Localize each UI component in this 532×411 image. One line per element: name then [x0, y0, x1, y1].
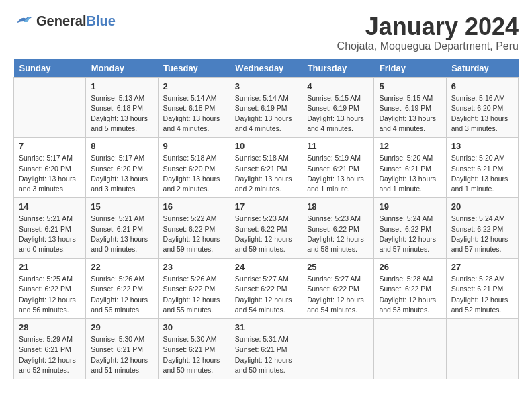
day-number: 22 [91, 262, 152, 272]
day-number: 28 [19, 322, 81, 332]
day-info: Sunrise: 5:20 AM Sunset: 6:21 PM Dayligh… [379, 153, 441, 194]
calendar-cell: 9Sunrise: 5:18 AM Sunset: 6:20 PM Daylig… [158, 138, 230, 198]
day-info: Sunrise: 5:29 AM Sunset: 6:21 PM Dayligh… [19, 334, 81, 375]
day-info: Sunrise: 5:27 AM Sunset: 6:22 PM Dayligh… [307, 274, 369, 315]
day-info: Sunrise: 5:25 AM Sunset: 6:22 PM Dayligh… [19, 274, 81, 315]
day-info: Sunrise: 5:27 AM Sunset: 6:22 PM Dayligh… [235, 274, 297, 315]
calendar-cell: 19Sunrise: 5:24 AM Sunset: 6:22 PM Dayli… [374, 198, 446, 259]
logo-icon [13, 14, 34, 28]
day-info: Sunrise: 5:17 AM Sunset: 6:20 PM Dayligh… [91, 153, 152, 194]
day-info: Sunrise: 5:17 AM Sunset: 6:20 PM Dayligh… [19, 153, 81, 194]
day-number: 8 [91, 141, 152, 151]
calendar-cell: 12Sunrise: 5:20 AM Sunset: 6:21 PM Dayli… [374, 138, 446, 198]
day-number: 13 [451, 141, 513, 151]
day-info: Sunrise: 5:23 AM Sunset: 6:22 PM Dayligh… [307, 214, 369, 255]
calendar-cell: 30Sunrise: 5:30 AM Sunset: 6:21 PM Dayli… [158, 319, 230, 379]
calendar-day-header: Wednesday [230, 59, 302, 78]
day-number: 7 [19, 141, 81, 151]
day-number: 21 [19, 262, 81, 272]
calendar-day-header: Sunday [14, 59, 86, 78]
calendar-header-row: SundayMondayTuesdayWednesdayThursdayFrid… [14, 59, 519, 78]
day-number: 2 [163, 81, 225, 91]
page-subtitle: Chojata, Moquegua Department, Peru [337, 40, 519, 52]
day-number: 6 [451, 81, 513, 91]
calendar-cell: 21Sunrise: 5:25 AM Sunset: 6:22 PM Dayli… [14, 259, 86, 319]
day-number: 4 [307, 81, 369, 91]
day-info: Sunrise: 5:21 AM Sunset: 6:21 PM Dayligh… [19, 214, 81, 255]
calendar-week-row: 21Sunrise: 5:25 AM Sunset: 6:22 PM Dayli… [14, 259, 519, 319]
calendar-cell: 29Sunrise: 5:30 AM Sunset: 6:21 PM Dayli… [86, 319, 158, 379]
day-info: Sunrise: 5:21 AM Sunset: 6:21 PM Dayligh… [91, 214, 152, 255]
day-number: 5 [379, 81, 441, 91]
calendar-cell: 3Sunrise: 5:14 AM Sunset: 6:19 PM Daylig… [230, 77, 302, 138]
page-title: January 2024 [337, 13, 519, 40]
day-info: Sunrise: 5:26 AM Sunset: 6:22 PM Dayligh… [91, 274, 152, 315]
calendar-cell: 17Sunrise: 5:23 AM Sunset: 6:22 PM Dayli… [230, 198, 302, 259]
day-number: 27 [451, 262, 513, 272]
calendar-day-header: Tuesday [158, 59, 230, 78]
day-info: Sunrise: 5:16 AM Sunset: 6:20 PM Dayligh… [451, 93, 513, 134]
calendar-cell: 20Sunrise: 5:24 AM Sunset: 6:22 PM Dayli… [446, 198, 518, 259]
day-number: 10 [235, 141, 297, 151]
day-number: 19 [379, 201, 441, 212]
calendar-cell: 28Sunrise: 5:29 AM Sunset: 6:21 PM Dayli… [14, 319, 86, 379]
day-info: Sunrise: 5:18 AM Sunset: 6:20 PM Dayligh… [163, 153, 225, 194]
day-number: 12 [379, 141, 441, 151]
day-info: Sunrise: 5:15 AM Sunset: 6:19 PM Dayligh… [307, 93, 369, 134]
calendar-cell: 25Sunrise: 5:27 AM Sunset: 6:22 PM Dayli… [302, 259, 374, 319]
day-number: 17 [235, 201, 297, 212]
day-number: 29 [91, 322, 152, 332]
day-number: 1 [91, 81, 152, 91]
calendar-cell: 15Sunrise: 5:21 AM Sunset: 6:21 PM Dayli… [86, 198, 158, 259]
day-info: Sunrise: 5:13 AM Sunset: 6:18 PM Dayligh… [91, 93, 152, 134]
calendar-cell: 10Sunrise: 5:18 AM Sunset: 6:21 PM Dayli… [230, 138, 302, 198]
logo-text: GeneralBlue [36, 13, 116, 28]
day-info: Sunrise: 5:24 AM Sunset: 6:22 PM Dayligh… [379, 214, 441, 255]
calendar-cell: 14Sunrise: 5:21 AM Sunset: 6:21 PM Dayli… [14, 198, 86, 259]
calendar-cell: 1Sunrise: 5:13 AM Sunset: 6:18 PM Daylig… [86, 77, 158, 138]
day-info: Sunrise: 5:28 AM Sunset: 6:22 PM Dayligh… [379, 274, 441, 315]
calendar-cell: 7Sunrise: 5:17 AM Sunset: 6:20 PM Daylig… [14, 138, 86, 198]
day-info: Sunrise: 5:28 AM Sunset: 6:21 PM Dayligh… [451, 274, 513, 315]
calendar-cell: 27Sunrise: 5:28 AM Sunset: 6:21 PM Dayli… [446, 259, 518, 319]
day-info: Sunrise: 5:20 AM Sunset: 6:21 PM Dayligh… [451, 153, 513, 194]
day-number: 9 [163, 141, 225, 151]
calendar-cell: 13Sunrise: 5:20 AM Sunset: 6:21 PM Dayli… [446, 138, 518, 198]
day-info: Sunrise: 5:15 AM Sunset: 6:19 PM Dayligh… [379, 93, 441, 134]
calendar-cell: 11Sunrise: 5:19 AM Sunset: 6:21 PM Dayli… [302, 138, 374, 198]
day-number: 30 [163, 322, 225, 332]
logo: GeneralBlue [13, 13, 116, 28]
calendar-cell: 8Sunrise: 5:17 AM Sunset: 6:20 PM Daylig… [86, 138, 158, 198]
day-number: 25 [307, 262, 369, 272]
calendar-cell: 23Sunrise: 5:26 AM Sunset: 6:22 PM Dayli… [158, 259, 230, 319]
calendar-week-row: 14Sunrise: 5:21 AM Sunset: 6:21 PM Dayli… [14, 198, 519, 259]
calendar-cell: 31Sunrise: 5:31 AM Sunset: 6:21 PM Dayli… [230, 319, 302, 379]
calendar-cell: 24Sunrise: 5:27 AM Sunset: 6:22 PM Dayli… [230, 259, 302, 319]
day-info: Sunrise: 5:22 AM Sunset: 6:22 PM Dayligh… [163, 214, 225, 255]
title-block: January 2024 Chojata, Moquegua Departmen… [337, 13, 519, 52]
day-number: 3 [235, 81, 297, 91]
day-number: 14 [19, 201, 81, 212]
day-info: Sunrise: 5:19 AM Sunset: 6:21 PM Dayligh… [307, 153, 369, 194]
calendar-week-row: 28Sunrise: 5:29 AM Sunset: 6:21 PM Dayli… [14, 319, 519, 379]
calendar-cell: 4Sunrise: 5:15 AM Sunset: 6:19 PM Daylig… [302, 77, 374, 138]
day-number: 20 [451, 201, 513, 212]
day-info: Sunrise: 5:31 AM Sunset: 6:21 PM Dayligh… [235, 334, 297, 375]
calendar-cell: 5Sunrise: 5:15 AM Sunset: 6:19 PM Daylig… [374, 77, 446, 138]
calendar-day-header: Monday [86, 59, 158, 78]
calendar-week-row: 7Sunrise: 5:17 AM Sunset: 6:20 PM Daylig… [14, 138, 519, 198]
calendar-cell: 2Sunrise: 5:14 AM Sunset: 6:18 PM Daylig… [158, 77, 230, 138]
calendar-day-header: Friday [374, 59, 446, 78]
calendar-cell [374, 319, 446, 379]
calendar-cell [302, 319, 374, 379]
calendar-cell: 6Sunrise: 5:16 AM Sunset: 6:20 PM Daylig… [446, 77, 518, 138]
day-number: 31 [235, 322, 297, 332]
day-info: Sunrise: 5:23 AM Sunset: 6:22 PM Dayligh… [235, 214, 297, 255]
day-number: 26 [379, 262, 441, 272]
day-number: 15 [91, 201, 152, 212]
calendar-cell [14, 77, 86, 138]
day-info: Sunrise: 5:18 AM Sunset: 6:21 PM Dayligh… [235, 153, 297, 194]
day-info: Sunrise: 5:30 AM Sunset: 6:21 PM Dayligh… [91, 334, 152, 375]
calendar-day-header: Thursday [302, 59, 374, 78]
calendar-week-row: 1Sunrise: 5:13 AM Sunset: 6:18 PM Daylig… [14, 77, 519, 138]
